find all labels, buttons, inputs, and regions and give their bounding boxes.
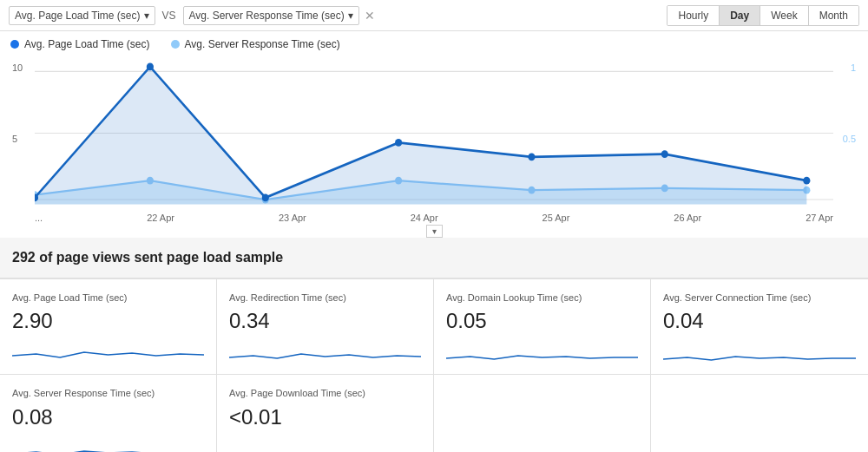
card-value-3: 0.04 bbox=[663, 309, 856, 333]
metrics-grid-row1: Avg. Page Load Time (sec) 2.90 Avg. Redi… bbox=[0, 278, 868, 375]
svg-point-15 bbox=[395, 139, 402, 147]
dropdown-arrow-icon[interactable]: ▾ bbox=[426, 225, 443, 238]
svg-point-18 bbox=[803, 177, 810, 185]
card-page-download: Avg. Page Download Time (sec) <0.01 bbox=[217, 375, 434, 452]
card-value-2: 0.05 bbox=[446, 309, 638, 333]
x-label-1: 22 Apr bbox=[147, 213, 174, 223]
sparkline-4 bbox=[12, 435, 204, 452]
x-label-5: 26 Apr bbox=[674, 213, 701, 223]
x-label-3: 24 Apr bbox=[411, 213, 438, 223]
card-value-0: 2.90 bbox=[12, 309, 204, 333]
card-value-4: 0.08 bbox=[12, 405, 204, 429]
y-left-mid: 5 bbox=[12, 134, 23, 144]
x-label-2: 23 Apr bbox=[279, 213, 306, 223]
svg-point-13 bbox=[147, 63, 154, 71]
x-label-4: 25 Apr bbox=[542, 213, 570, 223]
main-chart bbox=[35, 57, 833, 209]
card-value-1: 0.34 bbox=[229, 309, 421, 333]
card-label-1: Avg. Redirection Time (sec) bbox=[229, 292, 421, 304]
metric1-dropdown[interactable]: Avg. Page Load Time (sec) ▾ bbox=[9, 6, 155, 25]
y-right-top: 1 bbox=[843, 62, 856, 73]
card-label-5: Avg. Page Download Time (sec) bbox=[229, 387, 421, 399]
metric1-label: Avg. Page Load Time (sec) bbox=[15, 10, 141, 22]
summary-text: 292 of page views sent page load sample bbox=[12, 250, 283, 265]
week-button[interactable]: Week bbox=[760, 6, 808, 25]
card-domain-lookup: Avg. Domain Lookup Time (sec) 0.05 bbox=[434, 279, 651, 375]
x-label-0: ... bbox=[35, 213, 43, 223]
legend-label-2: Avg. Server Response Time (sec) bbox=[185, 38, 340, 50]
svg-marker-11 bbox=[35, 67, 806, 205]
chart-legend: Avg. Page Load Time (sec) Avg. Server Re… bbox=[0, 31, 868, 57]
card-empty-2 bbox=[651, 375, 868, 452]
metric2-dropdown[interactable]: Avg. Server Response Time (sec) ▾ bbox=[183, 6, 359, 25]
card-server-response: Avg. Server Response Time (sec) 0.08 bbox=[0, 375, 217, 452]
card-redirection: Avg. Redirection Time (sec) 0.34 bbox=[217, 279, 434, 375]
svg-point-14 bbox=[262, 194, 269, 202]
y-left-top: 10 bbox=[12, 62, 23, 73]
legend-label-1: Avg. Page Load Time (sec) bbox=[24, 38, 150, 50]
card-server-connection: Avg. Server Connection Time (sec) 0.04 bbox=[651, 279, 868, 375]
legend-dot-1 bbox=[10, 40, 19, 49]
card-label-4: Avg. Server Response Time (sec) bbox=[12, 387, 204, 399]
y-right-mid: 0.5 bbox=[843, 134, 856, 144]
summary-bar: 292 of page views sent page load sample bbox=[0, 238, 868, 278]
svg-point-16 bbox=[528, 153, 535, 160]
x-axis: ... 22 Apr 23 Apr 24 Apr 25 Apr 26 Apr 2… bbox=[9, 209, 859, 223]
legend-item-1: Avg. Page Load Time (sec) bbox=[10, 38, 150, 50]
legend-item-2: Avg. Server Response Time (sec) bbox=[171, 38, 340, 50]
svg-point-17 bbox=[661, 150, 668, 158]
hourly-button[interactable]: Hourly bbox=[667, 6, 720, 25]
sparkline-3 bbox=[663, 338, 856, 364]
sparkline-0 bbox=[12, 338, 204, 364]
x-label-6: 27 Apr bbox=[806, 213, 833, 223]
card-value-5: <0.01 bbox=[229, 405, 421, 429]
month-button[interactable]: Month bbox=[809, 6, 858, 25]
metric2-chevron-icon: ▾ bbox=[348, 10, 353, 22]
card-label-0: Avg. Page Load Time (sec) bbox=[12, 292, 204, 304]
metrics-grid-row2: Avg. Server Response Time (sec) 0.08 Avg… bbox=[0, 375, 868, 452]
card-page-load: Avg. Page Load Time (sec) 2.90 bbox=[0, 279, 217, 375]
sparkline-1 bbox=[229, 338, 421, 364]
sparkline-2 bbox=[446, 338, 638, 364]
card-label-2: Avg. Domain Lookup Time (sec) bbox=[446, 292, 638, 304]
vs-label: VS bbox=[162, 10, 176, 22]
metric1-chevron-icon: ▾ bbox=[144, 10, 149, 22]
chart-dropdown-indicator[interactable]: ▾ bbox=[9, 225, 859, 238]
card-label-3: Avg. Server Connection Time (sec) bbox=[663, 292, 856, 304]
day-button[interactable]: Day bbox=[720, 6, 760, 25]
close-icon[interactable]: ✕ bbox=[365, 9, 375, 23]
card-empty-1 bbox=[434, 375, 651, 452]
legend-dot-2 bbox=[171, 40, 180, 49]
metric2-label: Avg. Server Response Time (sec) bbox=[189, 10, 345, 22]
sparkline-5 bbox=[229, 435, 421, 452]
time-controls: Hourly Day Week Month bbox=[667, 5, 859, 26]
header-bar: Avg. Page Load Time (sec) ▾ VS Avg. Serv… bbox=[0, 0, 868, 31]
